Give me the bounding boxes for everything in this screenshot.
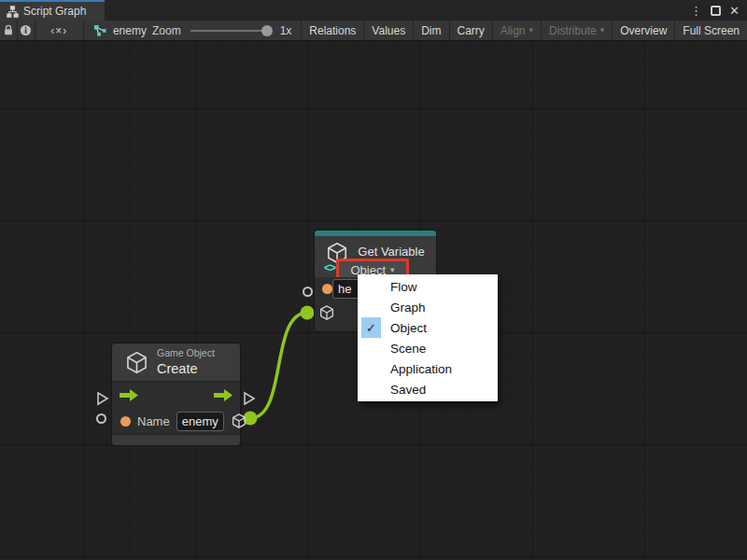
button-label: Relations — [309, 24, 356, 37]
flow-input-arrow-icon[interactable] — [120, 389, 138, 401]
menu-item-label: Application — [390, 362, 452, 376]
node-footer — [112, 434, 240, 445]
tab-title: Script Graph — [23, 5, 86, 18]
code-icon: ‹×› — [50, 24, 67, 37]
button-label: Distribute — [549, 24, 597, 37]
window-close-icon[interactable]: ✕ — [729, 5, 740, 17]
scope-dropdown-menu: Flow Graph ✓ Object Scene Application Sa… — [358, 274, 498, 401]
zoom-slider-track — [190, 30, 271, 32]
edit-source-button[interactable]: ‹×› — [35, 21, 84, 40]
menu-item-label: Saved — [390, 383, 426, 397]
name-port-label: Name — [137, 414, 170, 428]
breadcrumb-graph-name[interactable]: enemy — [113, 24, 147, 37]
toolbar-middle: enemy Zoom 1x — [84, 21, 302, 40]
checkmark-icon: ✓ — [361, 317, 381, 338]
node-header[interactable]: Game Object Create — [112, 343, 240, 381]
zoom-slider[interactable] — [190, 25, 271, 36]
menu-item-flow[interactable]: Flow — [358, 276, 498, 297]
flow-output-port-triangle[interactable] — [242, 391, 256, 406]
flow-input-port-triangle[interactable] — [95, 391, 109, 406]
window-maximize-icon[interactable] — [711, 6, 721, 16]
button-label: Carry — [458, 24, 485, 37]
zoom-value: 1x — [280, 24, 292, 37]
graph-canvas[interactable]: Game Object Create Name enemy — [0, 42, 747, 560]
menu-item-label: Graph — [390, 301, 426, 315]
caret-down-icon: ▾ — [600, 26, 605, 35]
node-title: Get Variable — [350, 245, 432, 259]
node-category: Game Object — [157, 347, 215, 359]
menu-item-graph[interactable]: Graph — [358, 297, 498, 317]
graph-hierarchy-icon — [7, 6, 19, 18]
window-menu-icon[interactable]: ⋮ — [690, 5, 702, 17]
menu-item-label: Object — [390, 321, 427, 335]
lock-button[interactable] — [0, 21, 18, 40]
node-header[interactable]: <> Get Variable Object ▾ — [315, 236, 436, 277]
graph-breadcrumb-icon — [93, 24, 107, 36]
object-input-icon[interactable] — [318, 304, 335, 321]
window-controls: ⋮ ✕ — [690, 0, 747, 21]
toolbar-button-relations[interactable]: Relations — [302, 21, 364, 40]
tab-bar: Script Graph ⋮ ✕ — [0, 0, 747, 21]
button-label: Overview — [620, 24, 667, 37]
toolbar-button-distribute[interactable]: Distribute▾ — [542, 21, 613, 40]
name-input-port-dot[interactable] — [322, 284, 332, 294]
graph-toolbar: ‹×› enemy Zoom 1x Relations Values Dim C… — [0, 21, 747, 41]
tab-script-graph[interactable]: Script Graph — [0, 0, 105, 21]
menu-item-object[interactable]: ✓ Object — [358, 317, 498, 338]
node-title: Create — [157, 360, 215, 377]
toolbar-button-align[interactable]: Align▾ — [493, 21, 542, 40]
name-value-field[interactable]: enemy — [176, 412, 224, 431]
toolbar-button-carry[interactable]: Carry — [450, 21, 493, 40]
name-external-port-circle[interactable] — [96, 413, 106, 424]
toolbar-button-overview[interactable]: Overview — [613, 21, 675, 40]
mint-code-glyph: <> — [324, 261, 335, 274]
menu-item-application[interactable]: Application — [358, 358, 498, 379]
node-create-game-object[interactable]: Game Object Create Name enemy — [112, 343, 240, 445]
button-label: Dim — [421, 24, 441, 37]
lock-icon — [3, 24, 14, 36]
menu-item-scene[interactable]: Scene — [358, 338, 498, 358]
info-icon — [20, 24, 32, 36]
menu-item-saved[interactable]: Saved — [358, 379, 498, 399]
zoom-slider-knob[interactable] — [261, 25, 273, 36]
caret-down-icon: ▾ — [390, 266, 395, 274]
toolbar-button-fullscreen[interactable]: Full Screen — [675, 21, 747, 40]
menu-item-label: Flow — [390, 280, 417, 294]
variable-name-external-port-circle[interactable] — [303, 287, 313, 297]
game-object-output-icon[interactable] — [231, 413, 247, 429]
info-button[interactable] — [18, 21, 35, 40]
game-object-cube-icon — [124, 350, 149, 375]
caret-down-icon: ▾ — [529, 26, 534, 35]
name-input-port-dot[interactable] — [120, 416, 131, 427]
flow-output-arrow-icon[interactable] — [214, 389, 233, 401]
toolbar-button-values[interactable]: Values — [364, 21, 414, 40]
zoom-label: Zoom — [152, 24, 181, 37]
toolbar-button-dim[interactable]: Dim — [414, 21, 449, 40]
button-label: Full Screen — [683, 24, 740, 37]
button-label: Values — [372, 24, 405, 37]
button-label: Align — [500, 24, 526, 37]
menu-item-label: Scene — [390, 342, 426, 356]
